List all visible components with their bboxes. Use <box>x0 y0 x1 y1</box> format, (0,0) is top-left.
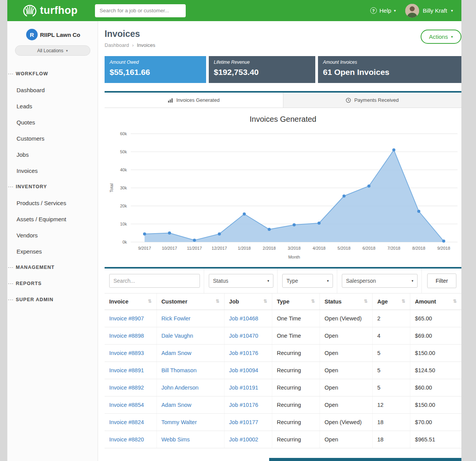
cell-age: 5 <box>373 362 410 379</box>
job-link[interactable]: Job #10470 <box>229 333 258 339</box>
customer-link[interactable]: Adam Snow <box>161 350 191 356</box>
table-search-input[interactable] <box>109 274 200 288</box>
svg-text:9/2017: 9/2017 <box>138 246 151 250</box>
sort-icon: ⇅ <box>216 298 220 304</box>
svg-text:20k: 20k <box>120 204 127 208</box>
job-link[interactable]: Job #10094 <box>229 367 258 373</box>
job-link[interactable]: Job #10176 <box>229 402 258 408</box>
sidebar-section-management[interactable]: MANAGEMENT <box>7 259 98 275</box>
job-link[interactable]: Job #10191 <box>229 385 258 391</box>
actions-button[interactable]: Actions ▾ <box>421 30 461 44</box>
invoice-link[interactable]: Invoice #8892 <box>109 385 144 391</box>
sidebar-section-reports[interactable]: REPORTS <box>7 275 98 292</box>
filter-button[interactable]: Filter <box>427 274 456 288</box>
tab-payments-received[interactable]: Payments Received <box>283 93 462 108</box>
type-select[interactable]: Type ▾ <box>282 274 333 288</box>
sidebar-item-products-services[interactable]: Products / Services <box>7 195 98 211</box>
cell-job: Job #10176 <box>224 396 272 414</box>
job-link[interactable]: Job #10177 <box>229 419 258 425</box>
job-link[interactable]: Job #10468 <box>229 315 258 322</box>
column-header-job[interactable]: ⇅Job <box>224 294 272 310</box>
breadcrumb-dashboard[interactable]: Dashboard <box>105 42 129 48</box>
svg-text:9/2018: 9/2018 <box>437 246 450 250</box>
customer-link[interactable]: Tommy Walter <box>161 419 197 425</box>
cell-customer: Adam Snow <box>156 396 224 414</box>
svg-text:50k: 50k <box>120 149 127 154</box>
column-header-age[interactable]: ⇅Age <box>373 294 410 310</box>
sidebar: R RIIPL Lawn Co All Locations ▾ WORKFLOW… <box>7 21 98 461</box>
invoice-link[interactable]: Invoice #8891 <box>109 367 144 373</box>
column-header-amount[interactable]: ⇅Amount <box>410 294 461 310</box>
customer-link[interactable]: Rick Fowler <box>161 315 191 322</box>
bar-chart-icon <box>168 98 173 103</box>
page-header: Invoices Dashboard › Invoices Actions ▾ <box>105 21 461 48</box>
chart-title: Invoices Generated <box>105 115 461 124</box>
invoices-table: ⇅Invoice⇅Customer⇅Job⇅Type⇅Status⇅Age⇅Am… <box>105 294 461 448</box>
column-header-invoice[interactable]: ⇅Invoice <box>105 294 156 310</box>
chevron-down-icon: ▾ <box>411 279 413 283</box>
sidebar-item-dashboard[interactable]: Dashboard <box>7 82 98 98</box>
invoice-link[interactable]: Invoice #8907 <box>109 315 144 322</box>
status-select[interactable]: Status ▾ <box>209 274 273 288</box>
job-link[interactable]: Job #10176 <box>229 350 258 356</box>
turfhop-logo[interactable]: turfhop <box>23 3 78 18</box>
customer-link[interactable]: Webb Sims <box>161 436 190 443</box>
column-header-type[interactable]: ⇅Type <box>272 294 320 310</box>
invoice-link[interactable]: Invoice #8898 <box>109 333 144 339</box>
cell-status: Open <box>320 345 373 362</box>
stat-label: Amount Invoices <box>323 60 456 65</box>
locations-dropdown[interactable]: All Locations ▾ <box>15 45 90 56</box>
sidebar-item-quotes[interactable]: Quotes <box>7 114 98 130</box>
cell-status: Open <box>320 431 373 448</box>
sidebar-section-workflow[interactable]: WORKFLOW <box>7 66 98 82</box>
invoice-link[interactable]: Invoice #8820 <box>109 436 144 443</box>
sidebar-section-inventory[interactable]: INVENTORY <box>7 179 98 195</box>
invoice-link[interactable]: Invoice #8824 <box>109 419 144 425</box>
breadcrumb: Dashboard › Invoices <box>105 42 155 48</box>
user-menu[interactable]: Billy Kraft ▾ <box>405 4 453 18</box>
job-link[interactable]: Job #10002 <box>229 436 258 443</box>
sidebar-section-super-admin[interactable]: SUPER ADMIN <box>7 292 98 308</box>
cell-customer: Bill Thomason <box>156 362 224 379</box>
tab-invoices-generated[interactable]: Invoices Generated <box>105 93 283 108</box>
customer-link[interactable]: Bill Thomason <box>161 367 197 373</box>
chevron-down-icon: ▾ <box>267 279 269 283</box>
customer-link[interactable]: John Anderson <box>161 385 199 391</box>
invoice-link[interactable]: Invoice #8854 <box>109 402 144 408</box>
salesperson-select[interactable]: Salesperson ▾ <box>342 274 418 288</box>
company-name: RIIPL Lawn Co <box>40 32 80 38</box>
column-header-status[interactable]: ⇅Status <box>320 294 373 310</box>
column-header-customer[interactable]: ⇅Customer <box>156 294 224 310</box>
cell-age: 2 <box>373 310 410 327</box>
cell-invoice: Invoice #8907 <box>105 310 156 327</box>
svg-text:0k: 0k <box>122 240 127 244</box>
clock-icon <box>346 98 351 103</box>
stat-value: $55,161.66 <box>110 68 201 77</box>
cell-status: Open <box>320 379 373 396</box>
svg-text:40k: 40k <box>120 167 127 172</box>
sidebar-item-customers[interactable]: Customers <box>7 130 98 146</box>
help-menu[interactable]: ? Help ▾ <box>370 7 396 14</box>
cell-job: Job #10177 <box>224 414 272 431</box>
customer-link[interactable]: Adam Snow <box>161 402 191 408</box>
cell-type: Recurring <box>272 362 320 379</box>
stat-card-amount-owed: Amount Owed $55,161.66 <box>105 56 206 83</box>
global-search-input[interactable] <box>95 4 186 17</box>
sidebar-item-invoices[interactable]: Invoices <box>7 163 98 179</box>
sidebar-item-jobs[interactable]: Jobs <box>7 146 98 163</box>
sidebar-item-expenses[interactable]: Expenses <box>7 243 98 259</box>
invoice-link[interactable]: Invoice #8893 <box>109 350 144 356</box>
sidebar-item-vendors[interactable]: Vendors <box>7 227 98 243</box>
invoices-table-head-row: ⇅Invoice⇅Customer⇅Job⇅Type⇅Status⇅Age⇅Am… <box>105 294 461 310</box>
company-badge: R <box>26 29 38 40</box>
chart-panel: Invoices Generated Payments Received Inv… <box>105 91 461 262</box>
stat-value: 61 Open Invoices <box>323 68 456 77</box>
svg-text:Total: Total <box>109 183 114 192</box>
question-icon: ? <box>370 7 377 14</box>
customer-link[interactable]: Dale Vaughn <box>161 333 193 339</box>
svg-text:1/2018: 1/2018 <box>238 246 251 250</box>
chevron-down-icon: ▾ <box>451 8 453 13</box>
sidebar-item-leads[interactable]: Leads <box>7 98 98 114</box>
user-name: Billy Kraft <box>423 7 447 14</box>
sidebar-item-assets-equipment[interactable]: Assets / Equipment <box>7 211 98 227</box>
